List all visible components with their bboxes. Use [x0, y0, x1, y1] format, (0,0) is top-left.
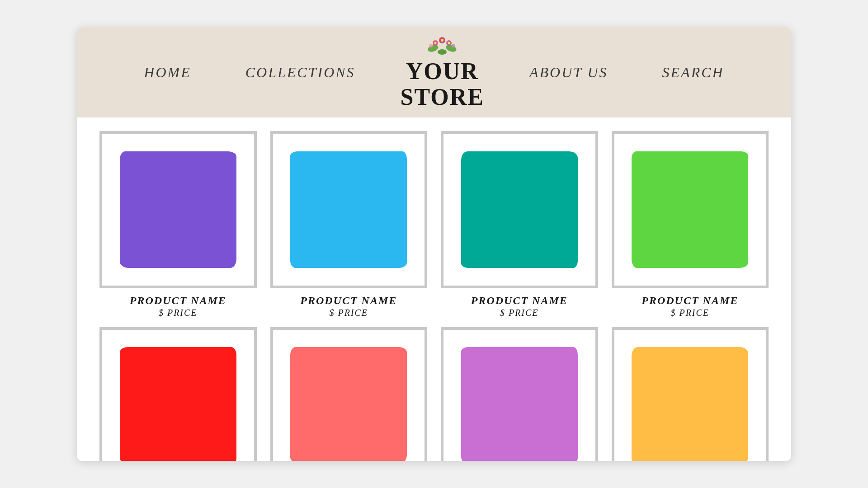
product-info-3: PRODUCT NAME $ PRICE [471, 295, 568, 318]
product-name-2: PRODUCT NAME [300, 295, 397, 307]
product-card-4[interactable]: PRODUCT NAME $ PRICE [612, 131, 769, 318]
nav-search[interactable]: SEARCH [635, 64, 751, 81]
product-image-frame-1 [99, 131, 257, 288]
product-swatch-6 [290, 347, 407, 461]
nav-collections[interactable]: COLLECTIONS [218, 64, 382, 81]
svg-point-10 [448, 42, 450, 44]
svg-point-1 [445, 43, 458, 53]
logo-area: YOUR STORE [382, 35, 502, 110]
logo-text: YOUR STORE [401, 58, 484, 110]
product-name-3: PRODUCT NAME [471, 295, 568, 307]
product-swatch-3 [461, 151, 578, 268]
product-swatch-7 [461, 347, 578, 461]
svg-point-2 [438, 49, 447, 55]
product-price-3: $ PRICE [471, 308, 568, 318]
product-image-frame-2 [270, 131, 428, 288]
svg-point-8 [434, 42, 437, 44]
product-info-2: PRODUCT NAME $ PRICE [300, 295, 397, 318]
product-price-2: $ PRICE [300, 308, 397, 318]
product-info-4: PRODUCT NAME $ PRICE [642, 295, 738, 318]
browser-window: HOME COLLECTIONS [77, 27, 791, 461]
nav-home[interactable]: HOME [117, 64, 218, 81]
product-image-frame-6 [270, 327, 428, 461]
main-nav: HOME COLLECTIONS [77, 35, 791, 110]
product-swatch-8 [632, 347, 748, 461]
svg-point-0 [427, 43, 439, 53]
product-card-6[interactable]: PRODUCT NAME $ PRICE [270, 327, 428, 461]
product-image-frame-5 [99, 327, 257, 461]
product-grid: PRODUCT NAME $ PRICE PRODUCT NAME $ PRIC… [99, 131, 769, 461]
product-swatch-2 [290, 151, 407, 268]
svg-point-6 [429, 44, 433, 47]
site-header: HOME COLLECTIONS [77, 27, 791, 117]
product-card-2[interactable]: PRODUCT NAME $ PRICE [270, 131, 428, 318]
product-swatch-1 [120, 151, 236, 268]
product-card-3[interactable]: PRODUCT NAME $ PRICE [441, 131, 598, 318]
product-name-1: PRODUCT NAME [130, 295, 226, 307]
product-swatch-5 [120, 347, 236, 461]
product-image-frame-4 [612, 131, 769, 288]
nav-about-us[interactable]: ABOUT US [502, 64, 635, 81]
product-image-frame-7 [441, 327, 598, 461]
svg-point-9 [441, 39, 443, 42]
main-content: PRODUCT NAME $ PRICE PRODUCT NAME $ PRIC… [77, 117, 791, 461]
product-card-1[interactable]: PRODUCT NAME $ PRICE [99, 131, 257, 318]
product-price-1: $ PRICE [130, 308, 226, 318]
logo-flower-icon [424, 35, 460, 57]
product-swatch-4 [632, 151, 748, 268]
product-price-4: $ PRICE [642, 308, 738, 318]
product-name-4: PRODUCT NAME [642, 295, 738, 307]
product-card-7[interactable]: PRODUCT NAME $ PRICE [441, 327, 598, 461]
product-image-frame-3 [441, 131, 598, 288]
product-card-5[interactable]: PRODUCT NAME $ PRICE [99, 327, 257, 461]
product-info-1: PRODUCT NAME $ PRICE [130, 295, 226, 318]
product-image-frame-8 [612, 327, 769, 461]
product-card-8[interactable]: PRODUCT NAME $ PRICE [612, 327, 769, 461]
svg-point-7 [452, 44, 455, 47]
